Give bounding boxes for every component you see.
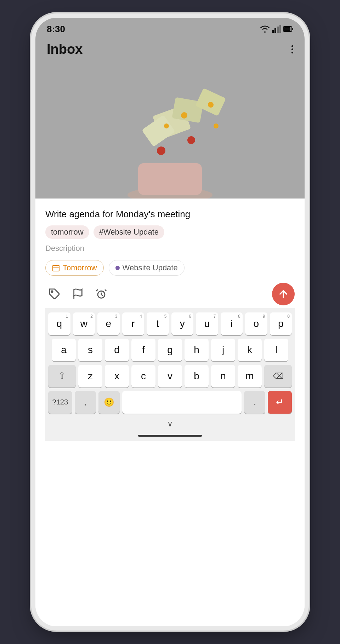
alarm-icon <box>95 288 107 300</box>
chip-project-label: Website Update <box>123 263 178 272</box>
svg-rect-5 <box>284 27 290 31</box>
svg-line-26 <box>96 289 98 291</box>
keyboard-row-2: a s d f g h j k l <box>48 339 292 361</box>
key-g[interactable]: g <box>158 339 182 361</box>
tags-row: tomorrow #Website Update <box>45 225 295 239</box>
key-enter[interactable]: ↵ <box>268 391 292 414</box>
svg-rect-1 <box>274 28 276 33</box>
bottom-sheet: Write agenda for Monday's meeting tomorr… <box>35 199 305 626</box>
phone-frame: 8:30 Inbox <box>35 18 305 626</box>
svg-point-23 <box>51 291 53 292</box>
tag-tomorrow[interactable]: tomorrow <box>45 225 89 239</box>
svg-rect-19 <box>53 265 59 271</box>
task-title: Write agenda for Monday's meeting <box>45 208 295 220</box>
chip-tomorrow[interactable]: Tomorrow <box>45 260 104 276</box>
status-time: 8:30 <box>47 24 65 35</box>
chip-tomorrow-label: Tomorrow <box>63 263 97 272</box>
action-chips: Tomorrow Website Update <box>45 260 295 276</box>
tag-project[interactable]: #Website Update <box>94 225 164 239</box>
calendar-icon <box>52 264 60 272</box>
key-e[interactable]: 3e <box>97 312 120 335</box>
flag-icon-button[interactable] <box>69 285 87 303</box>
svg-point-16 <box>208 102 214 108</box>
svg-point-14 <box>187 136 195 144</box>
battery-icon <box>283 26 293 32</box>
key-v[interactable]: v <box>158 365 182 387</box>
status-icons <box>260 25 293 33</box>
signal-icon <box>272 25 281 33</box>
key-n[interactable]: n <box>211 365 235 387</box>
key-space[interactable] <box>122 391 242 414</box>
tag-icon-button[interactable] <box>45 285 64 303</box>
key-f[interactable]: f <box>131 339 155 361</box>
key-a[interactable]: a <box>52 339 76 361</box>
key-b[interactable]: b <box>185 365 209 387</box>
keyboard-hide-button[interactable]: ∨ <box>167 419 173 428</box>
key-c[interactable]: c <box>131 365 155 387</box>
key-j[interactable]: j <box>211 339 235 361</box>
chip-dot <box>115 266 120 270</box>
svg-rect-0 <box>272 30 274 33</box>
svg-rect-6 <box>292 28 293 30</box>
key-t[interactable]: 5t <box>147 312 169 335</box>
svg-rect-8 <box>138 163 202 195</box>
keyboard-row-4: ?123 , 🙂 . ↵ <box>48 391 292 414</box>
key-q[interactable]: 1q <box>48 312 70 335</box>
home-bar-line <box>138 435 202 437</box>
wifi-icon <box>260 25 270 33</box>
home-bar <box>45 433 295 441</box>
status-bar: 8:30 <box>35 18 305 38</box>
key-w[interactable]: 2w <box>73 312 95 335</box>
svg-line-27 <box>105 289 106 291</box>
keyboard: 1q 2w 3e 4r 5t 6y 7u 8i 9o 0p a s d f g … <box>45 308 295 433</box>
key-k[interactable]: k <box>238 339 262 361</box>
key-period[interactable]: . <box>244 391 265 414</box>
send-button[interactable] <box>272 283 295 305</box>
key-m[interactable]: m <box>238 365 262 387</box>
illustration-area <box>35 64 305 199</box>
inbox-header: Inbox <box>35 38 305 64</box>
svg-rect-2 <box>277 27 279 33</box>
keyboard-chevron-row: ∨ <box>48 417 292 430</box>
key-p[interactable]: 0p <box>270 312 292 335</box>
svg-point-13 <box>157 146 165 155</box>
keyboard-row-1: 1q 2w 3e 4r 5t 6y 7u 8i 9o 0p <box>48 312 292 335</box>
more-options-button[interactable] <box>291 45 293 53</box>
key-shift[interactable]: ⇧ <box>48 365 76 387</box>
svg-point-17 <box>164 123 169 128</box>
key-h[interactable]: h <box>185 339 209 361</box>
key-x[interactable]: x <box>105 365 129 387</box>
key-emoji[interactable]: 🙂 <box>98 391 120 414</box>
toolbar-icons <box>45 282 295 308</box>
inbox-illustration <box>35 64 305 199</box>
svg-point-15 <box>181 112 187 119</box>
key-y[interactable]: 6y <box>171 312 194 335</box>
key-d[interactable]: d <box>105 339 129 361</box>
key-o[interactable]: 9o <box>245 312 267 335</box>
keyboard-row-3: ⇧ z x c v b n m ⌫ <box>48 365 292 387</box>
key-backspace[interactable]: ⌫ <box>264 365 292 387</box>
tag-icon <box>49 288 61 300</box>
key-sym[interactable]: ?123 <box>48 391 72 414</box>
key-z[interactable]: z <box>78 365 102 387</box>
key-l[interactable]: l <box>264 339 288 361</box>
chip-project[interactable]: Website Update <box>109 260 185 276</box>
key-i[interactable]: 8i <box>221 312 243 335</box>
key-comma[interactable]: , <box>75 391 96 414</box>
send-icon <box>278 288 289 300</box>
svg-rect-3 <box>279 25 281 33</box>
inbox-title: Inbox <box>47 42 83 57</box>
key-u[interactable]: 7u <box>196 312 218 335</box>
flag-icon <box>72 288 84 300</box>
svg-point-18 <box>214 123 219 128</box>
alarm-icon-button[interactable] <box>92 285 110 303</box>
key-s[interactable]: s <box>78 339 102 361</box>
description-placeholder[interactable]: Description <box>45 244 295 253</box>
key-r[interactable]: 4r <box>122 312 144 335</box>
